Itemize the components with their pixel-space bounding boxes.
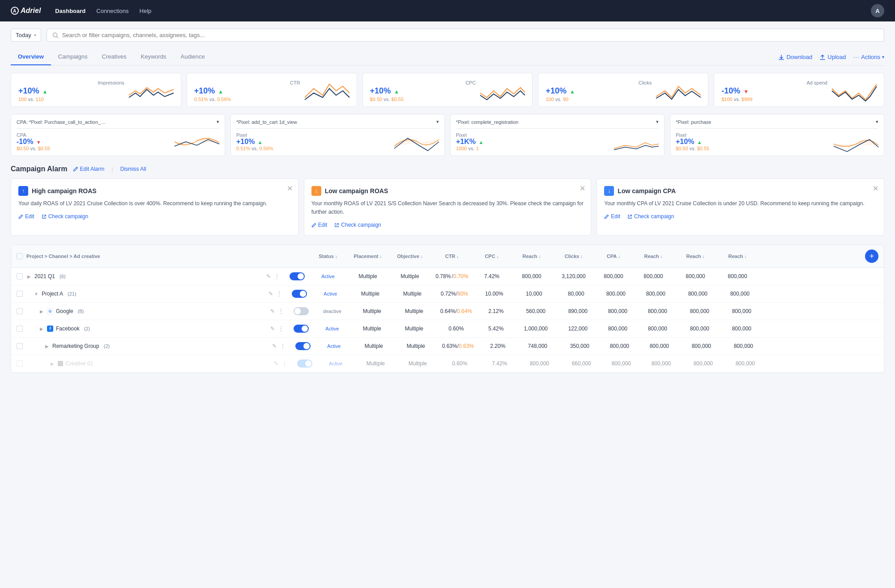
nav-connections[interactable]: Connections xyxy=(96,8,128,14)
status-2: deactive xyxy=(323,309,341,314)
add-column-button[interactable]: + xyxy=(865,250,878,263)
close-icon[interactable]: ✕ xyxy=(580,184,585,193)
row-checkbox-4[interactable] xyxy=(17,343,25,349)
th-ctr[interactable]: CTR ↓ xyxy=(432,254,472,259)
metric-card-impressions: Impressions +10% ▲ 100 vs. 110 xyxy=(11,73,181,107)
actions-button[interactable]: ··· Actions ▾ xyxy=(853,54,884,60)
expand-icon[interactable]: ▶ xyxy=(26,274,32,279)
edit-icon[interactable]: ✎ xyxy=(266,273,271,279)
th-cpc[interactable]: CPC ↓ xyxy=(474,254,510,259)
close-icon[interactable]: ✕ xyxy=(873,184,878,193)
dismiss-all-button[interactable]: Dismiss All xyxy=(120,166,146,172)
expand-icon[interactable]: ▶ xyxy=(39,309,44,314)
metric-value-clicks: +10% ▲ xyxy=(546,86,652,96)
ctr-0: 0.78% xyxy=(435,273,451,279)
table-row: ▶ G Google (8) ✎ ⋮ deactive Multiple Mul… xyxy=(11,303,884,320)
download-icon xyxy=(778,54,784,60)
edit-icon[interactable]: ✎ xyxy=(272,343,277,349)
toggle-3[interactable] xyxy=(294,325,309,333)
tab-campaigns[interactable]: Campaigns xyxy=(51,49,95,65)
check-campaign-button-2[interactable]: Check campaign xyxy=(627,213,674,220)
more-icon[interactable]: ⋮ xyxy=(278,326,284,332)
row-checkbox-2[interactable] xyxy=(17,308,25,314)
metric-value-cpc: +10% ▲ xyxy=(370,86,476,96)
toggle-5[interactable] xyxy=(297,360,312,368)
expand-icon[interactable]: ▶ xyxy=(39,326,44,331)
th-clicks[interactable]: Clicks ↓ xyxy=(554,254,594,259)
select-all-checkbox[interactable] xyxy=(17,253,25,259)
th-placement[interactable]: Placement ↓ xyxy=(348,254,388,259)
alarm-edit-button-0[interactable]: Edit xyxy=(18,213,34,220)
toggle-2[interactable] xyxy=(294,307,309,315)
pixel-selector-0[interactable]: CPA: *Pixel: Purchase_call_to_action_123… xyxy=(17,119,219,129)
row-checkbox-5[interactable] xyxy=(17,360,25,367)
edit-icon[interactable]: ✎ xyxy=(268,291,273,297)
close-icon[interactable]: ✕ xyxy=(287,184,293,193)
toggle-4[interactable] xyxy=(295,342,311,350)
toggle-0[interactable] xyxy=(290,272,305,280)
reach-2: 560,000 xyxy=(516,308,556,314)
row-name: 2021 Q1 xyxy=(34,273,55,279)
th-status[interactable]: Status ↓ xyxy=(310,254,346,259)
toggle-1[interactable] xyxy=(292,290,307,298)
check-campaign-button-0[interactable]: Check campaign xyxy=(42,213,88,220)
pixel-card-0: CPA: *Pixel: Purchase_call_to_action_123… xyxy=(11,114,225,156)
expand-icon[interactable]: ▶ xyxy=(50,361,55,366)
alarm-edit-button-2[interactable]: Edit xyxy=(604,213,620,220)
metric-card-cpc: CPC +10% ▲ $0.50 vs. $0.55 xyxy=(362,73,533,107)
tab-audience[interactable]: Audience xyxy=(174,49,212,65)
th-reach1[interactable]: Reach ↓ xyxy=(511,254,552,259)
search-bar[interactable] xyxy=(47,29,884,42)
edit-icon[interactable]: ✎ xyxy=(274,360,278,367)
expand-icon[interactable]: ▶ xyxy=(44,343,50,349)
pixel-selector-2[interactable]: *Pixel: complete_registration ▾ xyxy=(456,119,659,129)
th-reach3[interactable]: Reach ↓ xyxy=(675,254,716,259)
edit-icon[interactable]: ✎ xyxy=(270,326,275,332)
reach-1: 10,000 xyxy=(514,291,554,297)
more-icon[interactable]: ⋮ xyxy=(274,273,280,279)
ctr-3: 0.60% xyxy=(448,326,464,332)
row-count: (2) xyxy=(84,326,90,331)
th-cpa[interactable]: CPA ↓ xyxy=(596,254,631,259)
reach3-5: 800,000 xyxy=(683,360,723,367)
row-checkbox-0[interactable] xyxy=(17,273,25,279)
download-button[interactable]: Download xyxy=(778,54,812,60)
date-picker[interactable]: Today ▾ xyxy=(11,29,41,42)
alarm-card-low-roas: ↓ Low campaign ROAS ✕ Your monthly ROAS … xyxy=(304,178,592,236)
search-icon xyxy=(52,32,59,38)
row-checkbox-3[interactable] xyxy=(17,326,25,332)
edit-icon[interactable]: ✎ xyxy=(270,308,275,314)
check-campaign-button-1[interactable]: Check campaign xyxy=(334,222,381,228)
th-reach4[interactable]: Reach ↓ xyxy=(717,254,758,259)
th-objective[interactable]: Objective ↓ xyxy=(390,254,430,259)
chart-ctr xyxy=(305,80,349,102)
reach3-4: 800,000 xyxy=(681,343,721,349)
expand-icon[interactable]: ▼ xyxy=(34,291,39,296)
nav-dashboard[interactable]: Dashboard xyxy=(55,8,85,14)
clicks-4: 350,000 xyxy=(559,343,600,349)
more-icon[interactable]: ⋮ xyxy=(277,291,282,297)
pixel-selector-1[interactable]: *Pixel: add_to_cart 1d_view ▾ xyxy=(236,119,439,129)
objective-1: Multiple xyxy=(392,291,432,297)
pixel-chart-1 xyxy=(394,133,439,151)
clicks-2: 890,000 xyxy=(558,308,598,314)
table-row: ▶ Remarketing Group (2) ✎ ⋮ Active Multi… xyxy=(11,338,884,355)
more-icon[interactable]: ⋮ xyxy=(278,308,284,314)
upload-button[interactable]: Upload xyxy=(819,54,846,60)
row-checkbox-1[interactable] xyxy=(17,291,25,297)
nav-help[interactable]: Help xyxy=(140,8,152,14)
reach2-4: 800,000 xyxy=(639,343,679,349)
th-reach2[interactable]: Reach ↓ xyxy=(633,254,673,259)
tab-keywords[interactable]: Keywords xyxy=(134,49,174,65)
edit-alarm-button[interactable]: Edit Alarm xyxy=(73,166,105,172)
alarm-edit-button-1[interactable]: Edit xyxy=(311,222,328,228)
external-link-icon xyxy=(334,223,339,228)
more-icon[interactable]: ⋮ xyxy=(282,360,287,367)
avatar[interactable]: A xyxy=(871,4,884,17)
tab-creatives[interactable]: Creatives xyxy=(95,49,134,65)
more-icon[interactable]: ⋮ xyxy=(280,343,286,349)
tab-overview[interactable]: Overview xyxy=(11,49,51,65)
ctr-5: 0.60% xyxy=(439,360,480,367)
pixel-selector-3[interactable]: *Pixel: purchase ▾ xyxy=(676,119,878,129)
search-input[interactable] xyxy=(62,32,878,38)
